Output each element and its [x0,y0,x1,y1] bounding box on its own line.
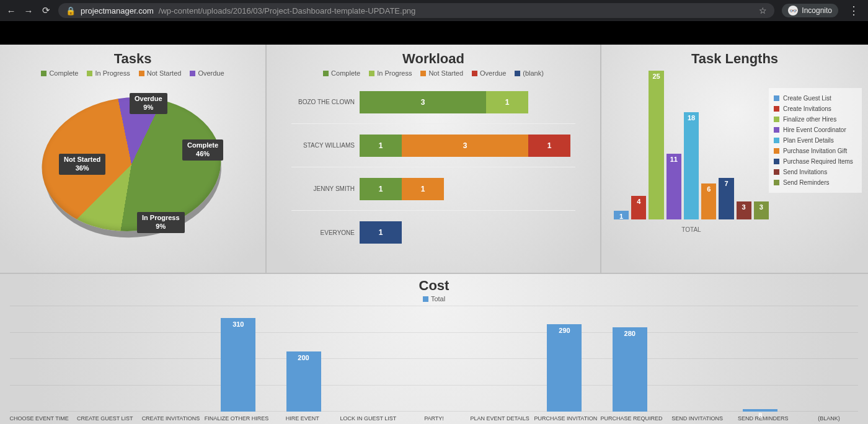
pie-label-notstarted: Not Started36% [59,154,105,175]
tasklength-legend-item: Plan Event Details [774,135,857,146]
cost-title: Cost [6,278,862,294]
cost-x-label: CREATE INVITATIONS [138,415,203,422]
incognito-label: Incognito [802,6,832,15]
tasklength-value: 18 [684,112,699,123]
workload-row: BOZO THE CLOWN31 [291,81,575,124]
cost-value: 280 [613,330,647,337]
cost-bar: 200 [286,351,321,412]
tasks-panel: Tasks CompleteIn ProgressNot StartedOver… [0,45,267,273]
legend-label: Send Reminders [783,179,829,186]
workload-segment: 1 [360,178,402,200]
browser-menu-icon[interactable]: ⋮ [846,4,862,17]
tasklength-legend-item: Create Guest List [774,93,857,104]
cost-bar: 8 [743,409,777,412]
workload-row-bars: 31 [360,91,575,113]
cost-column: 280 [597,327,662,412]
tasklengths-xlabel: TOTAL [614,226,769,233]
legend-swatch [420,71,426,76]
legend-item: Not Started [139,69,182,77]
tasklength-value: 3 [737,201,751,213]
tasklength-legend-item: Hire Event Coordinator [774,125,857,135]
legend-item: In Progress [87,69,130,77]
tasklength-legend-item: Send Invitations [774,167,857,177]
legend-swatch [774,106,779,112]
legend-item: (blank) [515,69,544,77]
cost-x-label: PURCHASE REQUIRED [598,415,664,422]
browser-toolbar: ← → ⟳ 🔒 projectmanager.com/wp-content/up… [0,0,868,21]
legend-swatch [139,71,144,76]
url-host: projectmanager.com [81,6,154,15]
lock-icon: 🔒 [66,6,76,15]
cost-bar: 280 [613,327,647,412]
tasks-pie-chart: Overdue9% Complete46% In Progress9% Not … [30,81,235,254]
tasks-legend: CompleteIn ProgressNot StartedOverdue [0,69,265,77]
cost-x-label: (BLANK) [796,415,862,422]
cost-x-label: HIRE EVENT [270,415,335,422]
cost-chart: 3102002902808 [10,306,858,412]
tasklength-bar: 4 [631,196,646,219]
tasklength-value: 3 [754,201,769,213]
pie-label-inprogress: In Progress9% [137,212,185,233]
legend-swatch [369,71,374,76]
workload-panel: Workload CompleteIn ProgressNot StartedO… [267,45,601,273]
tasklength-bar: 3 [754,201,769,219]
cost-x-axis: CHOOSE EVENT TIMECREATE GUEST LISTCREATE… [6,415,862,422]
legend-swatch [774,95,779,101]
cost-column: 310 [206,318,271,412]
legend-swatch [774,138,779,143]
workload-row: EVERYONE1 [291,211,575,254]
tasklength-value: 7 [719,178,733,189]
cost-x-label: PARTY! [401,415,467,422]
cost-x-label: CHOOSE EVENT TIME [6,415,72,422]
cost-column: 290 [532,324,597,412]
workload-row-bars: 11 [360,178,575,200]
tasklength-value: 11 [666,154,681,165]
url-path: /wp-content/uploads/2016/03/Project-Dash… [159,6,416,15]
legend-swatch [515,71,520,76]
legend-item: Complete [41,69,78,77]
workload-row-name: STACY WILLIAMS [291,142,360,149]
tasklengths-title: Task Lengths [601,51,868,67]
legend-label: Create Invitations [783,105,831,112]
legend-swatch [472,71,477,76]
legend-swatch [774,169,779,175]
legend-label: Not Started [147,69,182,77]
legend-label: Overdue [480,69,506,77]
tasklength-bar: 25 [649,71,663,219]
cost-legend-label: Total [431,295,445,303]
forward-icon[interactable]: → [24,6,33,16]
cost-value: 290 [547,327,582,334]
cost-x-label: CREATE GUEST LIST [72,415,138,422]
cost-legend: Total [6,295,862,303]
tasklength-bar: 6 [701,183,716,219]
tasklengths-panel: Task Lengths 142511186733 TOTAL Create G… [601,45,868,273]
legend-swatch [87,71,92,76]
legend-item: Overdue [472,69,506,77]
legend-label: Purchase Invitation Gift [783,148,847,154]
cost-bar: 290 [547,324,582,412]
legend-label: In Progress [377,69,412,77]
tasklength-legend-item: Create Invitations [774,104,857,114]
reload-icon[interactable]: ⟳ [41,5,51,16]
back-icon[interactable]: ← [6,6,16,16]
tasklength-legend-item: Purchase Required Items [774,156,857,167]
window-black-bar [0,21,868,45]
legend-label: Finalize other Hires [783,116,836,123]
legend-label: Create Guest List [783,95,831,102]
bookmark-icon[interactable]: ☆ [759,6,767,15]
address-bar[interactable]: 🔒 projectmanager.com/wp-content/uploads/… [58,3,774,18]
tasklengths-chart: 142511186733 TOTAL [614,69,769,237]
workload-segment: 1 [528,135,570,157]
legend-label: Purchase Required Items [783,158,853,165]
workload-segment: 1 [402,178,444,200]
legend-swatch [774,148,779,154]
tasklengths-legend: Create Guest ListCreate InvitationsFinal… [769,88,862,193]
incognito-badge[interactable]: 👓 Incognito [782,4,838,17]
cost-value: 200 [286,354,321,361]
workload-segment: 1 [360,135,402,157]
cost-bar: 310 [221,318,255,412]
cost-column: 200 [271,351,336,412]
cost-x-label: LOCK IN GUEST LIST [335,415,401,422]
tasklength-bar: 1 [614,211,629,219]
legend-label: Overdue [198,69,224,77]
